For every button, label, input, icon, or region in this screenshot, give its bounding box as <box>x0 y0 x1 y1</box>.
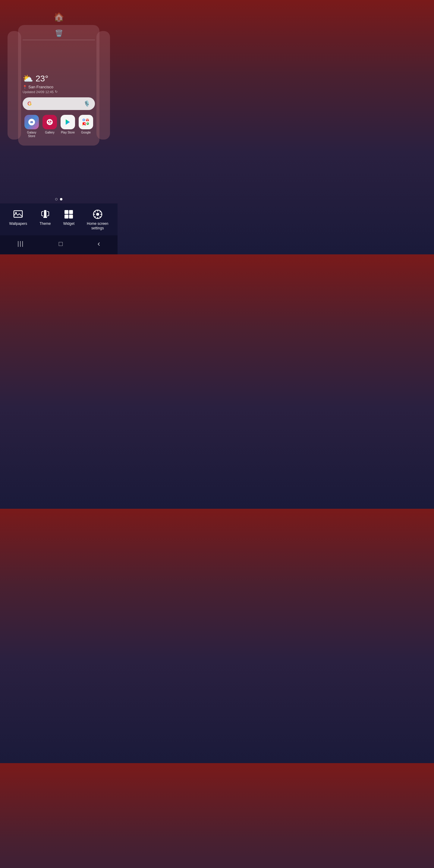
updated-text: Updated 24/09 12:45 <box>23 90 54 94</box>
home-screen-settings-label: Home screensettings <box>87 221 108 231</box>
widget-label: Widget <box>63 221 74 226</box>
svg-rect-24 <box>64 210 68 214</box>
galaxy-store-label: GalaxyStore <box>27 131 36 138</box>
dot-2[interactable] <box>60 198 62 200</box>
menu-item-widget[interactable]: Widget <box>63 210 74 226</box>
location-name: San Francisco <box>28 85 53 89</box>
location-row: 📍 San Francisco <box>23 85 95 89</box>
weather-section: ⛅ 23° 📍 San Francisco Updated 24/09 12:4… <box>23 43 95 141</box>
weather-row: ⛅ 23° <box>23 73 95 84</box>
svg-line-34 <box>94 211 96 212</box>
divider <box>23 40 95 40</box>
wallpapers-label: Wallpapers <box>9 221 27 226</box>
play-store-icon <box>61 115 75 129</box>
svg-point-6 <box>48 122 49 123</box>
back-button[interactable]: ‹ <box>98 239 100 248</box>
google-logo: G <box>27 101 32 107</box>
svg-point-7 <box>49 123 50 124</box>
svg-rect-22 <box>44 210 46 217</box>
screens-container: 🗑️ ⛅ 23° 📍 San Francisco Updated 24/09 1… <box>0 25 118 194</box>
temperature: 23° <box>36 74 48 84</box>
mic-icon[interactable]: 🎙️ <box>84 100 90 107</box>
svg-point-19 <box>85 125 86 126</box>
svg-marker-9 <box>66 119 70 125</box>
svg-point-17 <box>82 125 83 126</box>
delete-icon[interactable]: 🗑️ <box>55 30 63 37</box>
theme-icon <box>40 210 50 219</box>
app-item-google[interactable]: Google <box>79 115 93 138</box>
svg-point-16 <box>87 123 88 124</box>
delete-bar: 🗑️ <box>23 30 95 40</box>
home-screen-settings-icon <box>93 210 102 219</box>
svg-point-5 <box>50 122 52 123</box>
menu-item-wallpapers[interactable]: Wallpapers <box>9 210 27 226</box>
page-dots <box>0 194 118 204</box>
search-bar[interactable]: G 🎙️ <box>23 97 95 110</box>
wallpapers-icon <box>13 210 23 219</box>
app-item-gallery[interactable]: Gallery <box>42 115 57 138</box>
menu-item-theme[interactable]: Theme <box>39 210 51 226</box>
svg-line-35 <box>100 216 101 218</box>
bottom-menu: Wallpapers Theme Widget <box>0 204 118 236</box>
home-button[interactable]: □ <box>59 240 63 248</box>
svg-rect-23 <box>43 217 47 218</box>
location-pin-icon: 📍 <box>23 85 27 89</box>
gallery-icon <box>42 115 57 129</box>
svg-point-11 <box>83 119 84 121</box>
updated-row: Updated 24/09 12:45 ↻ <box>23 90 95 94</box>
galaxy-store-icon <box>24 115 39 129</box>
refresh-icon[interactable]: ↻ <box>55 90 58 94</box>
dot-1[interactable] <box>55 198 58 200</box>
svg-rect-0 <box>30 121 33 122</box>
svg-point-8 <box>49 121 50 123</box>
menu-item-home-screen-settings[interactable]: Home screensettings <box>87 210 108 231</box>
svg-point-18 <box>84 125 85 126</box>
apps-row: GalaxyStore Galler <box>23 115 95 138</box>
svg-point-4 <box>49 120 50 121</box>
gallery-label: Gallery <box>45 131 55 134</box>
play-store-label: Play Store <box>61 131 75 134</box>
widget-icon <box>64 210 73 219</box>
svg-line-36 <box>100 211 101 212</box>
google-icon <box>79 115 93 129</box>
recent-apps-button[interactable]: ||| <box>18 240 24 247</box>
google-label: Google <box>81 131 91 134</box>
weather-icon: ⛅ <box>23 73 33 84</box>
home-icon: 🏠 <box>54 12 64 22</box>
screen-card-center: 🗑️ ⛅ 23° 📍 San Francisco Updated 24/09 1… <box>18 25 99 146</box>
svg-rect-27 <box>69 215 73 218</box>
svg-rect-26 <box>64 215 68 218</box>
app-item-play-store[interactable]: Play Store <box>61 115 75 138</box>
nav-bar: ||| □ ‹ <box>0 236 118 254</box>
svg-rect-25 <box>69 210 73 214</box>
top-area: 🏠 <box>0 0 118 25</box>
svg-line-37 <box>94 216 96 218</box>
svg-point-21 <box>16 212 17 213</box>
app-item-galaxy-store[interactable]: GalaxyStore <box>24 115 39 138</box>
theme-label: Theme <box>39 221 51 226</box>
svg-point-29 <box>96 213 99 216</box>
